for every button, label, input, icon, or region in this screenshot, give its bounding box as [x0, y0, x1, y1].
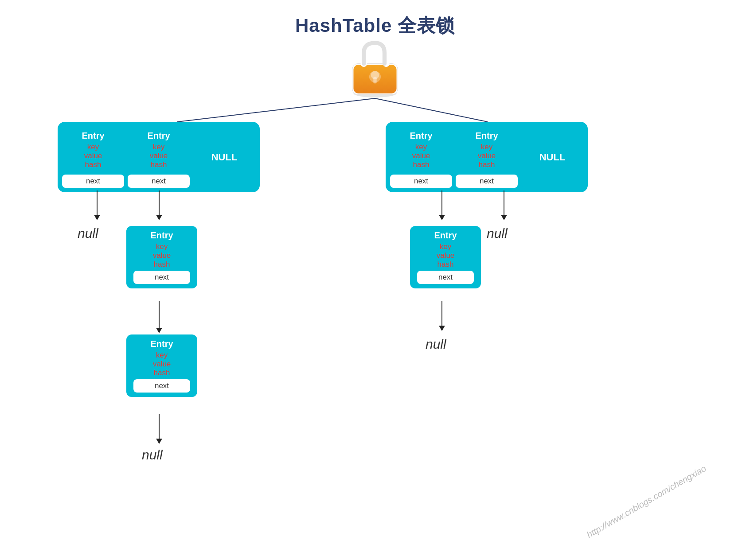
level2-right-entry: Entry key value hash next: [410, 226, 481, 288]
lock-icon: [346, 35, 404, 97]
null-text-1: null: [78, 226, 98, 241]
arrow-3-entry: [439, 191, 445, 220]
null-text-4: null: [487, 226, 508, 241]
level2-left-entry: Entry key value hash next: [126, 226, 197, 288]
level2-right-hash: hash: [438, 260, 454, 269]
level2-right-label: Entry: [434, 230, 457, 241]
level3-key: key: [156, 351, 168, 360]
arrow-level3-null: [156, 414, 162, 444]
arrow-2-entry: [156, 191, 162, 220]
svg-line-1: [375, 98, 488, 122]
level2-left-value: value: [153, 251, 171, 260]
entry-next-4: next: [456, 175, 518, 188]
entry-hash: hash: [85, 160, 102, 169]
level2-right-key: key: [440, 242, 451, 251]
level2-left-label: Entry: [150, 230, 173, 241]
arrow-1-null: [94, 191, 100, 220]
entry-next: next: [62, 175, 124, 188]
table-row-left: Entry key value hash next Entry key valu…: [58, 122, 260, 192]
entry-cell-4: Entry key value hash next: [456, 126, 518, 188]
null-cell-1: NULL: [193, 126, 255, 188]
null-text-right: null: [426, 337, 446, 352]
null-cell-2: NULL: [521, 126, 583, 188]
table-row-right: Entry key value hash next Entry key valu…: [386, 122, 588, 192]
svg-line-0: [177, 98, 375, 122]
entry-cell-2: Entry key value hash next: [128, 126, 190, 188]
entry-cell-1: Entry key value hash next: [62, 126, 124, 188]
entry-label-4: Entry: [475, 131, 498, 141]
level3-hash: hash: [154, 369, 170, 377]
arrow-level2-right-null: [439, 301, 445, 331]
entry-cell-3: Entry key value hash next: [390, 126, 452, 188]
arrow-level2-to-level3: [156, 301, 162, 333]
null-label-1: NULL: [211, 152, 238, 163]
entry-label-3: Entry: [410, 131, 432, 141]
level3-next: next: [133, 379, 190, 393]
entry-key-2: key: [153, 143, 164, 152]
entry-value-3: value: [412, 152, 430, 160]
entry-next-3: next: [390, 175, 452, 188]
entry-hash-4: hash: [479, 160, 495, 169]
null-label-2: NULL: [539, 152, 566, 163]
entry-value-2: value: [150, 152, 168, 160]
level2-left-hash: hash: [154, 260, 170, 269]
watermark: http://www.cnblogs.com/chengxiao: [585, 463, 708, 540]
level2-left-key: key: [156, 242, 168, 251]
level2-right-value: value: [437, 251, 455, 260]
entry-next-2: next: [128, 175, 190, 188]
entry-hash-2: hash: [151, 160, 167, 169]
entry-hash-3: hash: [413, 160, 430, 169]
level3-label: Entry: [150, 339, 173, 349]
entry-key-4: key: [481, 143, 492, 152]
entry-label: Entry: [82, 131, 104, 141]
level2-left-next: next: [133, 271, 190, 284]
entry-value: value: [84, 152, 102, 160]
entry-key-3: key: [415, 143, 427, 152]
null-text-level3: null: [142, 447, 163, 463]
svg-rect-7: [373, 77, 376, 83]
entry-label-2: Entry: [147, 131, 170, 141]
level3-value: value: [153, 360, 171, 369]
entry-value-4: value: [478, 152, 496, 160]
level2-right-next: next: [417, 271, 474, 284]
arrow-4-null: [501, 191, 507, 220]
entry-key: key: [87, 143, 99, 152]
page-title: HashTable 全表锁: [0, 0, 750, 38]
level3-entry: Entry key value hash next: [126, 334, 197, 397]
